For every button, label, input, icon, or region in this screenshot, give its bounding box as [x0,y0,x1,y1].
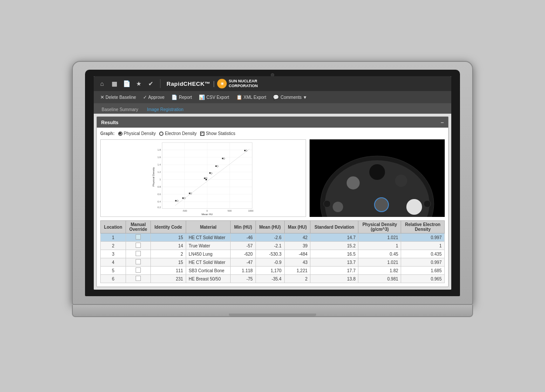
svg-rect-32 [204,178,205,179]
cell-identity: 15 [151,258,186,267]
results-minimize-button[interactable]: – [441,119,444,125]
file-icon[interactable]: 📄 [122,79,131,88]
col-override: ManualOverride [126,221,150,233]
cell-physdens: 0.981 [358,275,401,283]
cell-min: -620 [231,250,255,258]
sun-nuclear-logo: ☀ SUN NUCLEAR corporation [217,79,258,88]
home-icon[interactable]: ⌂ [97,79,107,88]
results-title: Results [101,120,119,125]
cell-mean: -2.6 [255,233,284,242]
cell-location: 1 [101,233,126,242]
comments-button[interactable]: 💬 Comments ▼ [270,93,310,101]
graph-controls: Graph: Physical Density Electron Density [100,131,445,136]
brand-divider: | [213,80,215,87]
cell-max: -484 [284,250,310,258]
svg-rect-30 [182,197,184,199]
report-button[interactable]: 📄 Report [168,93,195,101]
xml-export-button[interactable]: 📋 XML Export [233,93,269,101]
laptop-base [72,305,473,317]
chart-image-row: 1.8 1.6 1.4 1.2 1 0.8 0.6 0.4 [100,139,445,217]
action-bar: ✕ Delete Baseline ✓ Approve 📄 Report [94,91,451,103]
svg-rect-37 [215,166,217,167]
svg-text:0.4: 0.4 [157,200,161,203]
override-checkbox[interactable] [136,267,141,273]
cell-physdens: 1.82 [358,267,401,275]
approve-icon: ✓ [143,95,147,100]
svg-rect-41 [244,150,245,151]
cell-mean: 1,170 [255,267,284,275]
show-statistics-checkbox[interactable]: Show Statistics [200,131,235,136]
col-mean: Mean (HU) [255,221,284,233]
cell-identity: 2 [151,250,186,258]
override-checkbox[interactable] [136,276,141,281]
svg-text:1000: 1000 [248,210,253,212]
svg-text:1.6: 1.6 [157,156,161,159]
physical-density-radio[interactable]: Physical Density [118,131,156,136]
col-stddev: Standard Deviation [310,221,358,233]
cell-min: -47 [231,258,255,267]
override-checkbox[interactable] [136,259,141,264]
cell-reled: 0.997 [401,233,445,242]
cell-override[interactable] [126,267,150,275]
cell-reled: 1 [401,242,445,250]
table-row: 1 15 HE CT Solid Water -46 -2.6 42 14.7 … [101,233,445,242]
laptop-shell: ⌂ ▦ 📄 ★ ✔ RapidCHECK™ | ☀ SUN N [72,61,473,331]
cell-override[interactable] [126,275,150,283]
delete-baseline-button[interactable]: ✕ Delete Baseline [97,93,139,101]
tab-image-registration[interactable]: Image Registration [143,105,188,114]
cell-stddev: 17.7 [310,267,358,275]
svg-text:1.2: 1.2 [157,171,161,173]
check-icon[interactable]: ✔ [146,79,156,88]
cell-material: True Water [186,242,231,250]
cell-physdens: 0.45 [358,250,401,258]
svg-text:0.2: 0.2 [157,206,161,209]
star-icon[interactable]: ★ [134,79,143,88]
main-toolbar: ⌂ ▦ 📄 ★ ✔ RapidCHECK™ | ☀ SUN N [94,76,451,91]
override-checkbox[interactable] [136,234,141,240]
cell-max: 42 [284,233,310,242]
svg-point-50 [333,202,343,212]
cell-reled: 0.997 [401,258,445,267]
csv-export-button[interactable]: 📊 CSV Export [196,93,232,101]
cell-location: 6 [101,275,126,283]
approve-button[interactable]: ✓ Approve [140,93,167,101]
override-checkbox[interactable] [136,243,141,248]
results-header: Results – [97,117,448,128]
cell-physdens: 1.021 [358,233,401,242]
svg-rect-34 [205,179,207,180]
results-body: Graph: Physical Density Electron Density [97,128,448,287]
physical-density-radio-dot [118,132,123,136]
cell-override[interactable] [126,242,150,250]
cell-location: 4 [101,258,126,267]
col-material: Material [186,221,231,233]
svg-text:1.8: 1.8 [157,149,161,151]
csv-icon: 📊 [199,95,205,100]
show-stats-checkbox-box [200,132,204,136]
results-table: Location ManualOverride Identity Code Ma… [100,220,445,283]
override-checkbox[interactable] [136,251,141,256]
tab-baseline-summary[interactable]: Baseline Summary [97,105,143,114]
svg-text:Mean HU: Mean HU [201,213,213,216]
cell-reled: 0.965 [401,275,445,283]
col-location: Location [101,221,126,233]
cell-location: 3 [101,250,126,258]
svg-rect-39 [222,158,223,159]
svg-point-54 [406,199,422,215]
svg-point-55 [395,175,407,187]
cell-material: HE CT Solid Water [186,233,231,242]
svg-text:Physical Density: Physical Density [152,167,155,186]
col-min: Min (HU) [231,221,255,233]
electron-density-radio[interactable]: Electron Density [159,131,197,136]
cell-stddev: 13.7 [310,258,358,267]
chart-icon[interactable]: ▦ [109,79,119,88]
cell-override[interactable] [126,250,150,258]
cell-physdens: 1 [358,242,401,250]
cell-identity: 111 [151,267,186,275]
cell-mean: -0.9 [255,258,284,267]
cell-mean: -2.1 [255,242,284,250]
cell-override[interactable] [126,258,150,267]
cell-override[interactable] [126,233,150,242]
svg-text:1.4: 1.4 [157,163,161,166]
sun-nuclear-text: SUN NUCLEAR corporation [228,79,258,88]
scatter-chart: 1.8 1.6 1.4 1.2 1 0.8 0.6 0.4 [101,140,306,216]
